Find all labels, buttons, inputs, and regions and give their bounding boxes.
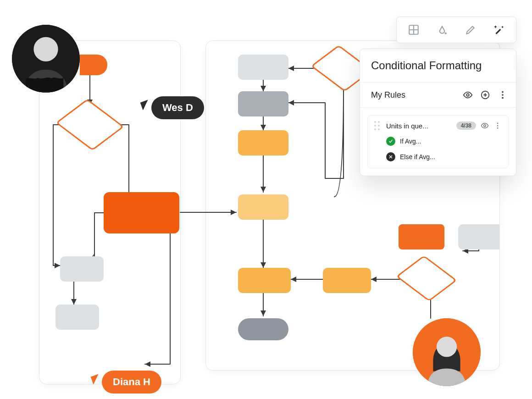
- stage: Conditional Formatting My Rules Units in…: [0, 0, 532, 399]
- rule-line-if[interactable]: If Avg...: [386, 137, 502, 146]
- svg-point-10: [497, 127, 499, 129]
- plus-circle-icon[interactable]: [480, 90, 490, 100]
- svg-point-8: [497, 122, 499, 124]
- x-circle-icon: [386, 152, 395, 161]
- conditional-formatting-panel: Conditional Formatting My Rules Units in…: [360, 49, 516, 176]
- eye-icon[interactable]: [481, 122, 489, 130]
- svg-point-1: [444, 32, 446, 34]
- fill-icon: [436, 24, 448, 36]
- svg-point-2: [466, 94, 469, 96]
- magic-tool[interactable]: [490, 21, 508, 39]
- magic-icon: [493, 24, 505, 36]
- formatting-toolbar: [396, 17, 516, 43]
- panel-title: Conditional Formatting: [360, 49, 516, 83]
- svg-point-9: [497, 125, 499, 127]
- rule-line-text: If Avg...: [400, 138, 421, 145]
- kebab-icon[interactable]: [498, 90, 508, 100]
- rule-card[interactable]: Units in que... 4/38 If Avg... Else if A…: [367, 115, 509, 168]
- svg-point-6: [502, 97, 504, 99]
- panel-section-header: My Rules: [360, 83, 516, 108]
- rule-count-badge: 4/38: [456, 122, 476, 130]
- check-circle-icon: [386, 137, 395, 146]
- section-label: My Rules: [371, 90, 405, 100]
- svg-point-5: [502, 94, 504, 96]
- svg-point-4: [502, 91, 504, 93]
- svg-point-7: [484, 125, 486, 127]
- kebab-icon[interactable]: [493, 122, 502, 130]
- layout-icon: [408, 24, 420, 36]
- fill-tool[interactable]: [433, 21, 451, 39]
- pencil-icon: [465, 24, 477, 36]
- rule-name: Units in que...: [386, 122, 452, 130]
- layout-tool[interactable]: [405, 21, 423, 39]
- eye-icon[interactable]: [463, 90, 473, 100]
- rule-line-else[interactable]: Else if Avg...: [386, 152, 502, 161]
- drag-handle-icon[interactable]: [374, 121, 380, 130]
- pencil-tool[interactable]: [461, 21, 480, 39]
- rule-line-text: Else if Avg...: [400, 153, 435, 161]
